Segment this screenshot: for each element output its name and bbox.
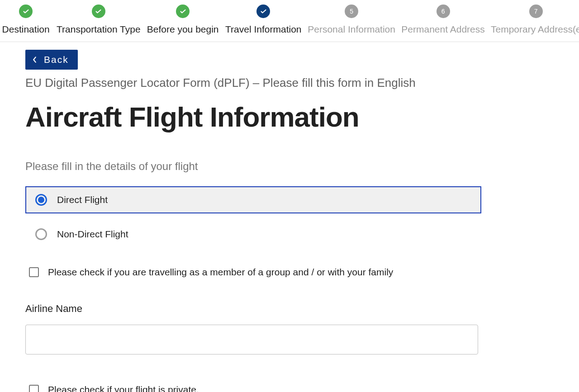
page-title: Aircraft Flight Information [25, 101, 481, 133]
form-content: Back EU Digital Passenger Locator Form (… [0, 42, 507, 392]
radio-label: Non-Direct Flight [57, 229, 128, 240]
step-number: 5 [350, 8, 353, 15]
airline-name-input[interactable] [25, 325, 478, 354]
step-number-icon: 5 [345, 5, 358, 18]
step-label: Permanent Address [401, 24, 484, 35]
check-icon [176, 5, 190, 18]
back-button[interactable]: Back [25, 50, 78, 70]
private-flight-checkbox[interactable]: Please check if your flight is private. [25, 384, 481, 392]
step-label: Temporary Address(e [491, 24, 579, 35]
radio-label: Direct Flight [57, 194, 108, 205]
step-number-icon: 6 [437, 5, 450, 18]
helper-text: Please fill in the details of your fligh… [25, 160, 481, 173]
step-temporary-address[interactable]: 7 Temporary Address(e [493, 5, 579, 35]
radio-direct-flight[interactable]: Direct Flight [25, 186, 481, 213]
flight-type-radio-group: Direct Flight Non-Direct Flight [25, 186, 481, 248]
step-travel-information[interactable]: Travel Information [227, 5, 300, 35]
airline-name-label: Airline Name [25, 303, 481, 315]
check-icon [19, 5, 33, 18]
check-icon [92, 5, 105, 18]
step-permanent-address[interactable]: 6 Permanent Address [403, 5, 483, 35]
step-label: Personal Information [308, 24, 395, 35]
step-number-icon: 7 [529, 5, 543, 18]
step-before-you-begin[interactable]: Before you begin [148, 5, 217, 35]
step-personal-information[interactable]: 5 Personal Information [310, 5, 394, 35]
step-number: 6 [441, 8, 445, 15]
radio-icon [35, 228, 47, 240]
radio-non-direct-flight[interactable]: Non-Direct Flight [25, 221, 481, 248]
checkbox-label: Please check if you are travelling as a … [48, 267, 393, 278]
chevron-left-icon [33, 57, 37, 63]
radio-icon [35, 194, 47, 206]
step-label: Before you begin [147, 24, 219, 35]
step-transportation-type[interactable]: Transportation Type [58, 5, 138, 35]
check-icon [256, 5, 270, 18]
checkbox-icon [29, 267, 39, 277]
step-label: Destination [2, 24, 50, 35]
step-destination[interactable]: Destination [3, 5, 48, 35]
checkbox-icon [29, 385, 39, 392]
step-number: 7 [534, 8, 538, 15]
step-label: Transportation Type [57, 24, 141, 35]
group-travel-checkbox[interactable]: Please check if you are travelling as a … [25, 267, 481, 278]
stepper: Destination Transportation Type Before y… [0, 0, 579, 42]
form-subtitle: EU Digital Passenger Locator Form (dPLF)… [25, 76, 481, 90]
back-label: Back [44, 54, 69, 65]
step-label: Travel Information [225, 24, 301, 35]
checkbox-label: Please check if your flight is private. [48, 384, 199, 392]
